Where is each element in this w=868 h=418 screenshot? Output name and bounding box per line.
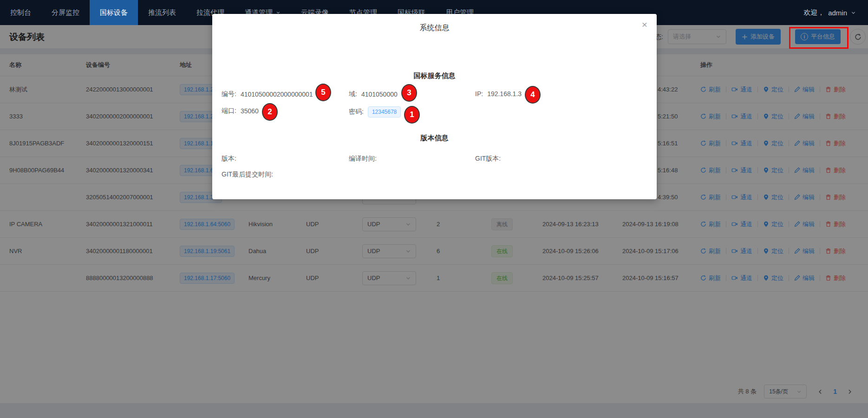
version-field: 版本:	[222, 155, 236, 163]
username: admin	[828, 9, 847, 17]
modal-title: 系统信息	[212, 23, 657, 33]
welcome-label: 欢迎，	[803, 8, 824, 17]
gb-ip-field: IP: 192.168.1.3	[475, 90, 522, 98]
close-icon[interactable]: ×	[642, 20, 647, 29]
annotation-badge-3: 3	[401, 84, 417, 102]
chevron-down-icon	[851, 10, 856, 15]
git-version-field: GIT版本:	[475, 155, 501, 163]
nav-item-0[interactable]: 控制台	[0, 0, 41, 25]
nav-item-3[interactable]: 推流列表	[138, 0, 186, 25]
user-menu[interactable]: 欢迎， admin	[803, 0, 868, 25]
annotation-badge-1: 1	[404, 106, 420, 124]
password-tag[interactable]: 12345678	[368, 106, 401, 118]
annotation-badge-5: 5	[315, 84, 331, 101]
annotation-badge-2: 2	[262, 103, 278, 121]
system-info-modal: 系统信息 × 国标服务信息 编号: 41010500002000000001 域…	[212, 14, 657, 199]
gb-domain-field: 域: 4101050000	[349, 90, 398, 98]
gb-password-field: 密码: 12345678	[349, 106, 401, 118]
gb-id-field: 编号: 41010500002000000001	[222, 90, 313, 98]
annotation-rectangle	[789, 27, 848, 49]
version-heading: 版本信息	[212, 134, 657, 143]
device-list-page: 控制台 分屏监控 国标设备 推流列表 拉流代理 通道管理 云端录像 节点管理 国…	[0, 0, 868, 418]
nav-item-1[interactable]: 分屏监控	[41, 0, 90, 25]
build-time-field: 编译时间:	[349, 155, 377, 163]
git-last-commit-field: GIT最后提交时间:	[222, 170, 273, 179]
gb-service-heading: 国标服务信息	[212, 72, 657, 80]
annotation-badge-4: 4	[525, 86, 541, 104]
gb-port-field: 端口: 35060	[222, 107, 259, 115]
nav-item-2[interactable]: 国标设备	[90, 0, 138, 25]
